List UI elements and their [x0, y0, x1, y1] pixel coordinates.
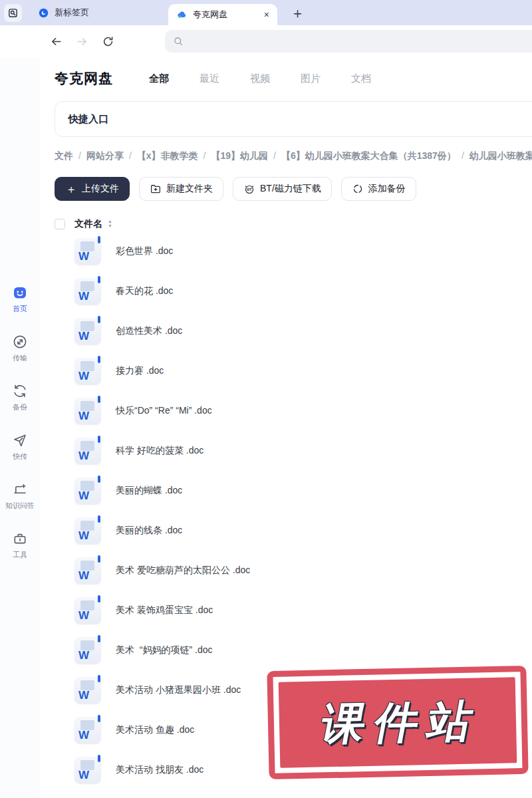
- file-row[interactable]: W 彩色世界 .doc: [74, 238, 532, 265]
- watermark-stamp-fill: 课件站: [279, 677, 517, 767]
- sidebar-item-knowledge-qa[interactable]: 知识问答: [5, 481, 35, 511]
- reload-button[interactable]: [102, 35, 114, 48]
- sidebar-item-label: 知识问答: [5, 501, 35, 511]
- breadcrumb-item[interactable]: 网站分享: [86, 150, 124, 162]
- sidebar-item-quick-send[interactable]: 快传: [12, 432, 28, 462]
- sidebar-item-label: 首页: [13, 304, 27, 314]
- file-name: 接力赛 .doc: [116, 365, 164, 377]
- file-name: 美术活动 找朋友 .doc: [116, 764, 203, 776]
- breadcrumb-separator: /: [78, 150, 81, 162]
- breadcrumb-item[interactable]: 【x】非教学类: [137, 150, 198, 162]
- file-name: 美术 “妈妈的项链” .doc: [116, 644, 212, 656]
- word-doc-icon: W: [74, 398, 101, 424]
- browser-tab-bar: 新标签页 夸克网盘 × ＋: [0, 0, 532, 25]
- breadcrumb-item[interactable]: 【6】幼儿园小班教案大合集（共1387份）: [281, 150, 456, 162]
- file-name: 美术 爱吃糖葫芦的太阳公公 .doc: [116, 565, 250, 577]
- word-doc-icon: W: [74, 757, 101, 783]
- tab-image[interactable]: 图片: [301, 72, 321, 85]
- add-backup-button[interactable]: 添加备份: [341, 177, 416, 201]
- watermark-stamp: 课件站: [267, 666, 528, 779]
- file-row[interactable]: W 春天的花 .doc: [74, 278, 532, 305]
- file-name: 美丽的蝴蝶 .doc: [116, 485, 182, 497]
- sidebar-item-home[interactable]: 首页: [12, 285, 28, 314]
- quick-send-icon: [12, 432, 28, 448]
- sidebar-item-backup[interactable]: 备份: [12, 383, 28, 412]
- tools-icon: [12, 531, 28, 547]
- word-doc-icon: W: [74, 557, 101, 584]
- file-row[interactable]: W 美术 装饰鸡蛋宝宝 .doc: [74, 597, 532, 624]
- upload-button[interactable]: ＋上传文件: [55, 177, 130, 201]
- breadcrumb-separator: /: [462, 150, 464, 162]
- browser-tab-quark[interactable]: 夸克网盘 ×: [168, 4, 277, 25]
- home-icon: [12, 285, 28, 301]
- file-row[interactable]: W 创造性美术 .doc: [74, 318, 532, 344]
- tab-search-icon: [7, 7, 19, 19]
- quark-logo-icon: [176, 9, 188, 21]
- file-row[interactable]: W 快乐“Do” “Re” “Mi” .doc: [74, 398, 532, 424]
- browser-tab-newtab[interactable]: 新标签页: [30, 0, 139, 25]
- breadcrumb-item[interactable]: 【19】幼儿园: [211, 150, 268, 162]
- sidebar-item-label: 传输: [13, 353, 27, 363]
- tab-search-button[interactable]: [4, 4, 22, 22]
- back-button[interactable]: [50, 35, 63, 48]
- action-bar: ＋上传文件新建文件夹BTBT/磁力链下载添加备份: [55, 177, 532, 201]
- tab-close-icon[interactable]: ×: [264, 9, 269, 20]
- tab-video[interactable]: 视频: [250, 72, 270, 85]
- sidebar-item-transfer[interactable]: 传输: [12, 334, 28, 363]
- tab-label: 夸克网盘: [193, 9, 227, 21]
- file-name: 美丽的线条 .doc: [116, 525, 182, 537]
- transfer-icon: [12, 334, 28, 350]
- button-label: 添加备份: [368, 183, 406, 195]
- sidebar: 首页 传输 备份 快传 知识问答 工具: [0, 57, 40, 798]
- file-name: 科学 好吃的菠菜 .doc: [116, 445, 203, 457]
- sort-icon[interactable]: ▲▼: [108, 219, 112, 228]
- bt-download-button[interactable]: BTBT/磁力链下载: [233, 177, 332, 201]
- file-name: 美术 装饰鸡蛋宝宝 .doc: [116, 604, 213, 616]
- address-search-bar[interactable]: [165, 30, 532, 53]
- newtab-favicon: [38, 7, 49, 19]
- quick-entry-card[interactable]: 快捷入口: [55, 101, 532, 137]
- filename-column-header: 文件名: [74, 218, 102, 230]
- bt-magnet-icon: BT: [243, 183, 255, 195]
- browser-toolbar: [0, 25, 532, 57]
- new-folder-icon: [150, 183, 162, 195]
- file-row[interactable]: W 科学 好吃的菠菜 .doc: [74, 438, 532, 464]
- filter-tabs: 全部最近视频图片文档: [149, 72, 371, 85]
- file-row[interactable]: W 美术 爱吃糖葫芦的太阳公公 .doc: [74, 557, 532, 584]
- sidebar-item-label: 工具: [13, 550, 27, 560]
- word-doc-icon: W: [74, 477, 101, 504]
- word-doc-icon: W: [74, 717, 101, 743]
- sidebar-item-label: 快传: [13, 452, 27, 462]
- word-doc-icon: W: [74, 597, 101, 624]
- file-row[interactable]: W 接力赛 .doc: [74, 358, 532, 384]
- word-doc-icon: W: [74, 358, 101, 384]
- page-header: 夸克网盘 全部最近视频图片文档: [55, 66, 532, 90]
- word-doc-icon: W: [74, 238, 101, 265]
- file-name: 创造性美术 .doc: [116, 325, 182, 337]
- tab-doc[interactable]: 文档: [351, 72, 371, 85]
- tab-all[interactable]: 全部: [149, 72, 169, 85]
- breadcrumb-separator: /: [273, 150, 276, 162]
- new-tab-button[interactable]: ＋: [291, 6, 305, 20]
- button-label: BT/磁力链下载: [260, 183, 321, 195]
- file-row[interactable]: W 美丽的线条 .doc: [74, 517, 532, 544]
- button-label: 新建文件夹: [166, 183, 213, 195]
- tab-recent[interactable]: 最近: [200, 72, 219, 85]
- word-doc-icon: W: [74, 517, 101, 544]
- page-title: 夸克网盘: [55, 69, 113, 88]
- file-row[interactable]: W 美术 “妈妈的项链” .doc: [74, 637, 532, 664]
- file-row[interactable]: W 美丽的蝴蝶 .doc: [74, 477, 532, 504]
- select-all-checkbox[interactable]: [55, 219, 65, 229]
- file-name: 春天的花 .doc: [116, 285, 173, 297]
- word-doc-icon: W: [74, 278, 101, 305]
- sidebar-item-tools[interactable]: 工具: [12, 531, 28, 560]
- backup-icon: [12, 383, 28, 399]
- knowledge-icon: [12, 481, 28, 497]
- quick-entry-title: 快捷入口: [68, 113, 108, 126]
- breadcrumb-item[interactable]: 幼儿园小班教案大合集: [469, 150, 532, 162]
- file-name: 彩色世界 .doc: [116, 245, 173, 257]
- word-doc-icon: W: [74, 438, 101, 464]
- breadcrumb-item[interactable]: 文件: [55, 150, 73, 162]
- forward-button[interactable]: [76, 35, 88, 48]
- new-folder-button[interactable]: 新建文件夹: [139, 177, 223, 201]
